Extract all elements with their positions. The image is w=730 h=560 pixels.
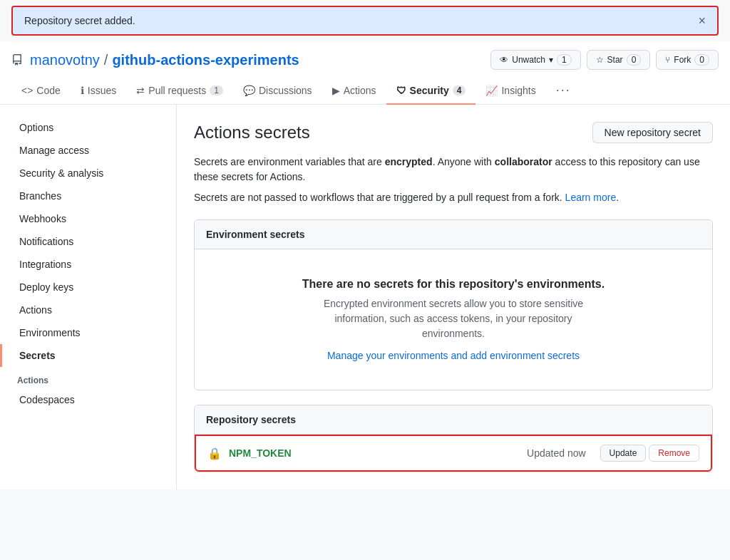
unwatch-button[interactable]: 👁 Unwatch ▾ 1: [490, 50, 580, 70]
security-icon: 🛡: [396, 85, 406, 96]
sidebar-item-integrations[interactable]: Integrations: [0, 253, 176, 276]
nav-discussions-label: Discussions: [259, 85, 312, 96]
description-fork: Secrets are not passed to workflows that…: [194, 190, 713, 205]
main-header: Actions secrets New repository secret: [194, 122, 713, 143]
update-secret-button[interactable]: Update: [600, 445, 647, 462]
sidebar-item-actions[interactable]: Actions: [0, 299, 176, 321]
repo-actions: 👁 Unwatch ▾ 1 ☆ Star 0 ⑂ Fork 0: [490, 50, 719, 70]
flash-notice: Repository secret added. ×: [11, 6, 719, 36]
star-button[interactable]: ☆ Star 0: [587, 50, 651, 70]
issue-icon: ℹ: [81, 85, 84, 96]
repo-nav: <> Code ℹ Issues ⇄ Pull requests 1 💬 Dis…: [11, 77, 719, 104]
repo-name[interactable]: github-actions-experiments: [112, 52, 299, 68]
description-encrypted: Secrets are environment variables that a…: [194, 155, 713, 185]
flash-message: Repository secret added.: [24, 15, 135, 26]
nav-discussions[interactable]: 💬 Discussions: [233, 77, 322, 105]
sidebar-section-actions-label: Actions: [0, 367, 176, 388]
remove-secret-button[interactable]: Remove: [649, 445, 699, 462]
sidebar-item-secrets[interactable]: Secrets: [0, 344, 176, 367]
secret-name-npm-token: NPM_TOKEN: [229, 447, 527, 459]
repo-title: manovotny / github-actions-experiments: [11, 52, 299, 68]
sidebar-item-webhooks[interactable]: Webhooks: [0, 207, 176, 230]
nav-pull-requests[interactable]: ⇄ Pull requests 1: [126, 77, 233, 105]
fork-icon: ⑂: [665, 55, 670, 65]
nav-issues[interactable]: ℹ Issues: [71, 77, 126, 105]
sidebar-item-security-analysis[interactable]: Security & analysis: [0, 162, 176, 185]
nav-actions-label: Actions: [344, 85, 376, 96]
nav-security[interactable]: 🛡 Security 4: [386, 77, 476, 105]
new-repository-secret-button[interactable]: New repository secret: [592, 122, 713, 143]
insights-icon: 📈: [485, 85, 498, 96]
code-icon: <>: [21, 85, 33, 96]
security-badge: 4: [453, 85, 466, 95]
collaborator-bold: collaborator: [495, 156, 552, 167]
nav-insights-label: Insights: [501, 85, 535, 96]
star-label: Star: [607, 55, 623, 65]
repo-title-row: manovotny / github-actions-experiments 👁…: [11, 50, 719, 70]
nav-actions[interactable]: ▶ Actions: [322, 77, 386, 105]
learn-more-link[interactable]: Learn more: [565, 192, 617, 203]
env-secrets-empty-title: There are no secrets for this repository…: [206, 278, 701, 291]
sidebar-item-notifications[interactable]: Notifications: [0, 230, 176, 253]
unwatch-label: Unwatch: [512, 55, 545, 65]
sidebar-item-manage-access[interactable]: Manage access: [0, 139, 176, 162]
main-content: Actions secrets New repository secret Se…: [177, 105, 730, 489]
nav-issues-label: Issues: [88, 85, 116, 96]
encrypted-bold: encrypted: [385, 156, 433, 167]
nav-insights[interactable]: 📈 Insights: [475, 77, 545, 105]
unwatch-count: 1: [557, 54, 572, 66]
nav-security-label: Security: [410, 85, 449, 96]
fork-button[interactable]: ⑂ Fork 0: [656, 50, 719, 70]
pr-icon: ⇄: [136, 85, 145, 96]
fork-label: Fork: [674, 55, 691, 65]
page-layout: Options Manage access Security & analysi…: [0, 105, 730, 489]
sidebar-item-options[interactable]: Options: [0, 116, 176, 139]
discussions-icon: 💬: [243, 85, 255, 96]
pr-badge: 1: [210, 85, 223, 95]
repository-secrets-section: Repository secrets 🔒 NPM_TOKEN Updated n…: [194, 405, 713, 472]
eye-icon: 👁: [500, 55, 508, 65]
star-icon: ☆: [596, 55, 604, 65]
more-icon: ···: [556, 83, 571, 98]
star-count: 0: [627, 54, 642, 66]
nav-code-label: Code: [36, 85, 60, 96]
nav-more[interactable]: ···: [546, 77, 581, 105]
sidebar-item-deploy-keys[interactable]: Deploy keys: [0, 276, 176, 299]
nav-code[interactable]: <> Code: [11, 77, 71, 105]
environment-secrets-section: Environment secrets There are no secrets…: [194, 219, 713, 390]
page-title: Actions secrets: [194, 123, 310, 142]
repo-separator: /: [104, 52, 108, 68]
lock-icon: 🔒: [207, 447, 222, 460]
nav-pr-label: Pull requests: [148, 85, 206, 96]
sidebar: Options Manage access Security & analysi…: [0, 105, 177, 489]
actions-icon: ▶: [332, 85, 340, 96]
repository-secrets-header: Repository secrets: [195, 405, 712, 435]
fork-count: 0: [694, 54, 709, 66]
unwatch-chevron-icon: ▾: [549, 55, 553, 65]
secret-row-npm-token: 🔒 NPM_TOKEN Updated now Update Remove: [195, 435, 712, 472]
repo-header: manovotny / github-actions-experiments 👁…: [0, 41, 730, 105]
repo-owner[interactable]: manovotny: [30, 52, 100, 68]
environment-secrets-empty: There are no secrets for this repository…: [195, 249, 712, 390]
environment-secrets-header: Environment secrets: [195, 220, 712, 249]
secret-updated-time: Updated now: [527, 447, 586, 459]
sidebar-item-branches[interactable]: Branches: [0, 185, 176, 207]
manage-environments-link[interactable]: Manage your environments and add environ…: [327, 350, 580, 361]
repo-icon: [11, 54, 23, 66]
sidebar-item-environments[interactable]: Environments: [0, 321, 176, 344]
flash-close-button[interactable]: ×: [698, 14, 706, 27]
sidebar-item-codespaces[interactable]: Codespaces: [0, 388, 176, 411]
env-secrets-empty-desc: Encrypted environment secrets allow you …: [304, 296, 603, 341]
